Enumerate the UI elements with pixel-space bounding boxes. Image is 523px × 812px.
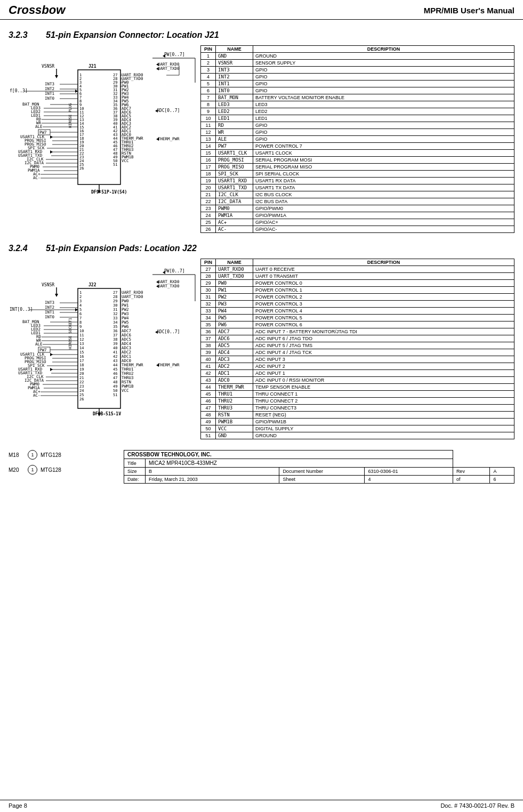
svg-text:ALE: ALE [35,124,43,129]
pin-num: 18 [201,171,216,178]
svg-text:2: 2 [79,295,82,299]
svg-text:31: 31 [113,308,117,312]
pin-num: 49 [201,419,216,425]
pin-desc: USART1 CLOCK [253,150,514,157]
j22-pin-table: PIN NAME DESCRIPTION 27UART_RXD0UART 0 R… [200,259,514,439]
header-title: MPR/MIB User's Manual [424,6,514,15]
col-name2: NAME [216,259,253,266]
j22-diagram-row: VSNSR J22 HIROSE SOCKET1 INT[0..3] INT3 … [9,259,514,439]
pin-desc: BATTERY VOLTAGE MONITOR ENABLE [253,94,514,101]
pin-num: 36 [201,328,216,335]
pin-num: 28 [201,273,216,280]
svg-text:INT2: INT2 [45,305,54,310]
pin-desc: LED3 [253,101,514,108]
svg-text:UART_TXD0: UART_TXD0 [158,66,180,71]
table-row: 18SPI_SCKSPI SERIAL CLOCK [201,171,514,178]
pin-num: 40 [201,356,216,363]
table-row: 37ADC6ADC INPUT 6 / JTAG TDO [201,335,514,342]
pin-name: ADC1 [216,370,253,377]
pin-name: PW5 [216,315,253,321]
pin-num: 41 [201,363,216,370]
svg-text:18: 18 [79,363,84,367]
svg-text:VSNSR: VSNSR [42,64,54,69]
pin-desc: UART 0 TRANSMIT [253,273,514,280]
table-row: 13ALEGPIO [201,136,514,143]
table-row: 48RSTNRESET (NEG) [201,412,514,419]
svg-text:26: 26 [79,166,84,171]
svg-text:INT1: INT1 [45,91,54,96]
of-value: 6 [490,476,514,484]
pin-table-j22: PIN NAME DESCRIPTION 27UART_RXD0UART 0 R… [200,259,514,439]
table-row: 3INT3GPIO [201,67,514,74]
svg-text:48: 48 [113,380,117,384]
svg-text:41: 41 [113,350,117,355]
pin-num: 26 [201,226,216,233]
col-desc2: DESCRIPTION [253,259,514,266]
doc-value: 6310-0306-01 [365,468,453,476]
pin-name: RSTN [216,412,253,419]
table-row: 27UART_RXD0UART 0 RECEIVE [201,266,514,273]
svg-text:34: 34 [113,320,117,325]
pin-num: 6 [201,87,216,94]
svg-text:17: 17 [79,359,84,363]
svg-text:49: 49 [113,384,117,389]
table-row: 15USART1_CLKUSART1 CLOCK [201,150,514,157]
svg-text:29: 29 [113,299,117,303]
pin-desc: USART1 RX DATA [253,178,514,184]
svg-text:40: 40 [113,346,117,350]
pin-desc: GPIO [253,136,514,143]
table-row: 26AC-GPIO/AC- [201,226,514,233]
pin-name: LED3 [216,101,253,108]
svg-text:6: 6 [79,312,82,316]
section-323-header: 3.2.3 51-pin Expansion Connector: Locati… [9,30,514,40]
pin-name: PWM1B [216,419,253,425]
svg-text:INT[0..3]: INT[0..3] [10,307,33,312]
pin-desc: ADC INPUT 7 - BATTERY MONITOR/JTAG TDI [253,328,514,335]
pin-num: 27 [201,266,216,273]
pin-desc: GROUND [253,53,514,60]
date-label: Date: [124,476,146,484]
table-row: 19USART1_RXDUSART1 RX DATA [201,178,514,184]
pin-num: 4 [201,74,216,81]
svg-text:33: 33 [113,316,117,320]
pin-num: 19 [201,178,216,184]
pin-num: 23 [201,205,216,212]
svg-text:27: 27 [113,291,117,295]
col-pin2: PIN [201,259,216,266]
pin-name: WR [216,129,253,136]
pin-num: 39 [201,349,216,356]
of-label: of [453,476,490,484]
table-row: 49PWM1BGPIO/PWM1B [201,419,514,425]
pin-num: 9 [201,108,216,115]
footer-right: Doc. # 7430-0021-07 Rev. B [440,802,514,809]
svg-text:UART_TXD0: UART_TXD0 [158,284,180,288]
pin-desc: ADC INPUT 5 / JTAG TMS [253,342,514,349]
pin-name: PWM0 [216,205,253,212]
svg-text:4: 4 [79,303,82,308]
m20-circle: 1 [28,465,37,475]
m20-label: M20 [9,467,25,473]
svg-marker-201 [50,368,53,371]
pin-desc: GPIO/AC+ [253,219,514,226]
svg-text:38: 38 [113,337,117,342]
table-row: 10LED1LED1 [201,115,514,122]
table-row: 42ADC1ADC INPUT 1 [201,370,514,377]
pin-desc: ADC INPUT 3 [253,356,514,363]
svg-text:16: 16 [79,355,84,359]
pin-name: USART1_TXD [216,184,253,191]
pin-desc: GPIO [253,87,514,94]
svg-text:INT0: INT0 [45,315,55,319]
table-row: 40ADC3ADC INPUT 3 [201,356,514,363]
header: Crossbow MPR/MIB User's Manual [0,0,523,20]
svg-text:1: 1 [79,291,82,295]
pin-num: 10 [201,115,216,122]
pin-num: 46 [201,398,216,405]
pin-name: ADC5 [216,342,253,349]
table-row: 21I2C_CLKI2C BUS CLOCK [201,191,514,198]
date-value: Friday, March 21, 2003 [146,476,279,484]
pin-name: USART1_CLK [216,150,253,157]
pin-name: INT3 [216,67,253,74]
pin-name: BAT_MON [216,94,253,101]
pin-desc: ADC INPUT 1 [253,370,514,377]
svg-text:24: 24 [79,389,84,393]
